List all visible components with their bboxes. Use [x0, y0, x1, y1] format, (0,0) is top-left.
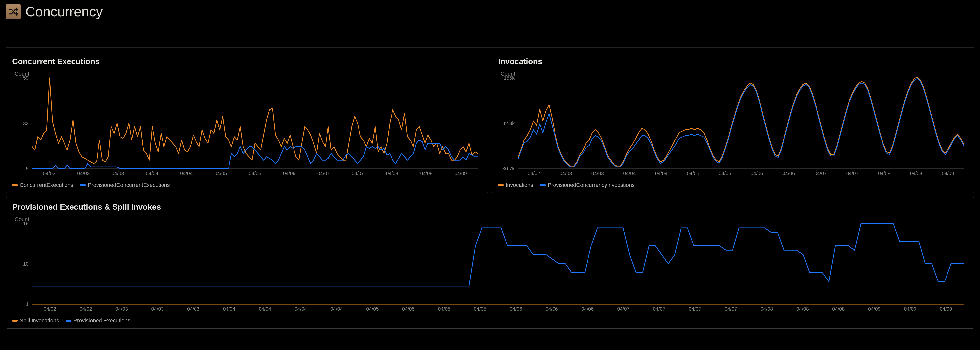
svg-text:04/03: 04/03	[592, 170, 604, 176]
legend-label: Provisioned Executions	[73, 318, 130, 324]
svg-text:04/07: 04/07	[317, 170, 330, 176]
chart-zone[interactable]: 1101904/0204/0204/0304/0304/0304/0404/04…	[12, 219, 968, 313]
series-Invocations	[518, 77, 964, 166]
legend: Spill InvocationsProvisioned Executions	[12, 316, 968, 324]
legend-item[interactable]: Spill Invocations	[12, 318, 59, 324]
svg-text:04/02: 04/02	[44, 306, 56, 312]
svg-text:04/08: 04/08	[420, 170, 433, 176]
svg-text:04/08: 04/08	[796, 306, 809, 312]
svg-text:04/03: 04/03	[111, 170, 124, 176]
legend-label: Invocations	[506, 182, 533, 188]
svg-text:04/05: 04/05	[366, 306, 379, 312]
svg-text:04/05: 04/05	[438, 306, 450, 312]
legend: ConcurrentExecutionsProvisionedConcurren…	[12, 180, 482, 188]
svg-text:04/07: 04/07	[725, 306, 737, 312]
legend-item[interactable]: ProvisionedConcurrentExecutions	[80, 182, 170, 188]
svg-text:04/06: 04/06	[783, 170, 795, 176]
series-ConcurrentExecutions	[32, 78, 478, 164]
svg-text:92.8k: 92.8k	[503, 121, 515, 126]
chart-zone[interactable]: 5325904/0204/0304/0304/0404/0404/0504/06…	[12, 73, 482, 178]
svg-text:04/07: 04/07	[653, 306, 665, 312]
chart-zone[interactable]: 30.7k92.8k155k04/0204/0304/0304/0404/040…	[498, 73, 968, 178]
svg-text:04/02: 04/02	[43, 170, 55, 176]
svg-text:04/04: 04/04	[331, 306, 343, 312]
svg-text:04/05: 04/05	[474, 306, 486, 312]
svg-text:04/08: 04/08	[878, 170, 891, 176]
panel-title: Invocations	[498, 57, 968, 66]
svg-text:04/04: 04/04	[623, 170, 636, 176]
svg-text:04/05: 04/05	[687, 170, 699, 176]
svg-text:04/07: 04/07	[846, 170, 859, 176]
legend-item[interactable]: Provisioned Executions	[66, 318, 130, 324]
panel-title: Concurrent Executions	[12, 57, 482, 66]
panel-title: Provisioned Executions & Spill Invokes	[12, 202, 968, 212]
legend-swatch	[80, 184, 86, 186]
svg-text:04/06: 04/06	[581, 306, 594, 312]
svg-text:04/09: 04/09	[942, 170, 954, 176]
svg-text:04/04: 04/04	[655, 170, 668, 176]
svg-text:04/04: 04/04	[180, 170, 192, 176]
panel-provisioned-spill: Provisioned Executions & Spill Invokes C…	[6, 197, 974, 329]
svg-text:04/05: 04/05	[402, 306, 415, 312]
legend-label: ConcurrentExecutions	[20, 182, 73, 188]
legend-item[interactable]: ProvisionedConcurrencyInvocations	[540, 182, 635, 188]
svg-text:04/03: 04/03	[151, 306, 164, 312]
legend-label: ProvisionedConcurrencyInvocations	[547, 182, 635, 188]
svg-text:04/05: 04/05	[214, 170, 227, 176]
legend-item[interactable]: Invocations	[498, 182, 533, 188]
svg-text:04/02: 04/02	[80, 306, 92, 312]
svg-text:04/04: 04/04	[294, 306, 307, 312]
svg-text:04/06: 04/06	[751, 170, 763, 176]
legend-swatch	[540, 184, 546, 186]
series-Provisioned Executions	[32, 223, 964, 286]
legend-swatch	[12, 320, 18, 322]
svg-text:04/09: 04/09	[455, 170, 467, 176]
svg-text:04/09: 04/09	[904, 306, 916, 312]
svg-text:04/02: 04/02	[528, 170, 540, 176]
svg-text:04/08: 04/08	[760, 306, 773, 312]
panel-invocations: Invocations Count 30.7k92.8k155k04/0204/…	[492, 52, 974, 193]
panel-concurrent-executions: Concurrent Executions Count 5325904/0204…	[6, 52, 488, 193]
svg-text:04/07: 04/07	[689, 306, 702, 312]
svg-text:04/08: 04/08	[386, 170, 398, 176]
legend-item[interactable]: ConcurrentExecutions	[12, 182, 73, 188]
svg-text:04/08: 04/08	[832, 306, 845, 312]
svg-text:04/06: 04/06	[248, 170, 261, 176]
svg-text:04/03: 04/03	[115, 306, 128, 312]
svg-text:30.7k: 30.7k	[503, 166, 515, 171]
svg-text:04/03: 04/03	[560, 170, 572, 176]
svg-text:04/05: 04/05	[719, 170, 731, 176]
svg-text:04/06: 04/06	[546, 306, 558, 312]
concurrency-icon	[6, 4, 21, 19]
svg-text:04/06: 04/06	[283, 170, 296, 176]
svg-text:19: 19	[23, 221, 29, 226]
legend: InvocationsProvisionedConcurrencyInvocat…	[498, 180, 968, 188]
legend-label: ProvisionedConcurrentExecutions	[88, 182, 170, 188]
svg-text:04/07: 04/07	[814, 170, 827, 176]
header-spacer	[6, 23, 974, 48]
svg-text:1: 1	[26, 301, 29, 307]
svg-text:04/07: 04/07	[352, 170, 364, 176]
svg-text:04/04: 04/04	[259, 306, 271, 312]
legend-swatch	[12, 184, 18, 186]
svg-text:04/09: 04/09	[940, 306, 952, 312]
legend-swatch	[498, 184, 504, 186]
page-header: Concurrency	[6, 0, 974, 23]
svg-text:04/04: 04/04	[223, 306, 235, 312]
series-ProvisionedConcurrencyInvocations	[518, 79, 964, 167]
legend-swatch	[66, 320, 72, 322]
svg-text:5: 5	[26, 166, 29, 171]
chart-svg: 30.7k92.8k155k04/0204/0304/0304/0404/040…	[498, 73, 968, 178]
bottom-row: Provisioned Executions & Spill Invokes C…	[6, 197, 974, 329]
svg-text:04/07: 04/07	[617, 306, 630, 312]
svg-text:04/03: 04/03	[77, 170, 89, 176]
chart-svg: 5325904/0204/0304/0304/0404/0404/0504/06…	[12, 73, 482, 178]
svg-text:32: 32	[23, 121, 29, 126]
svg-text:155k: 155k	[504, 75, 515, 81]
svg-text:59: 59	[23, 75, 29, 81]
chart-svg: 1101904/0204/0204/0304/0304/0304/0404/04…	[12, 219, 968, 313]
legend-label: Spill Invocations	[20, 318, 59, 324]
svg-text:04/08: 04/08	[910, 170, 922, 176]
svg-text:10: 10	[23, 261, 29, 267]
svg-text:04/06: 04/06	[510, 306, 522, 312]
